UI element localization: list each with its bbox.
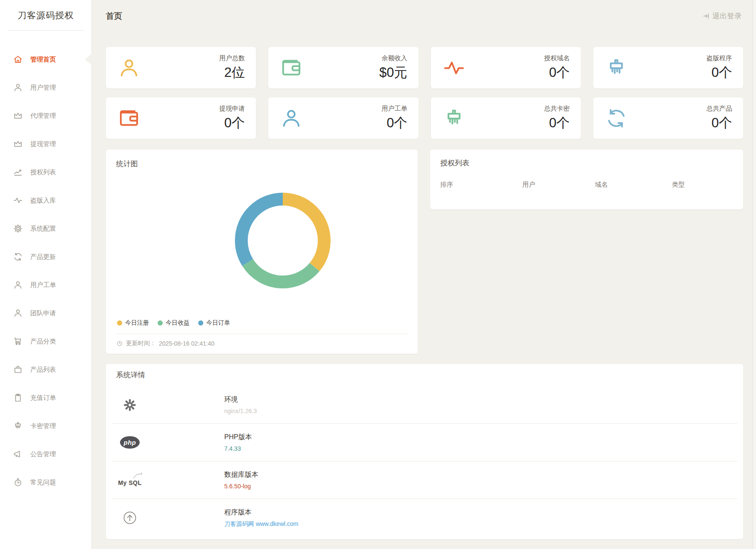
logout-icon [702, 12, 710, 20]
sidebar-item-label: 用户工单 [30, 281, 56, 289]
system-row-text: 程序版本刀客源码网 www.dkewl.com [224, 508, 298, 528]
sidebar-item-常见问题[interactable]: 常见问题 [0, 468, 91, 496]
sidebar: 刀客源码授权 管理首页用户管理代理管理提现管理授权列表盗版入库系统配置产品更新用… [0, 0, 92, 549]
system-row-label: 数据库版本 [224, 470, 258, 479]
sidebar-item-用户管理[interactable]: 用户管理 [0, 73, 91, 102]
pulse-icon [13, 195, 23, 206]
sidebar-item-label: 产品列表 [30, 366, 56, 374]
stat-card-用户总数[interactable]: 用户总数2位 [106, 47, 256, 88]
auth-column-用户[interactable]: 用户 [522, 181, 595, 189]
sidebar-item-label: 常见问题 [30, 479, 56, 487]
sidebar-item-产品列表[interactable]: 产品列表 [0, 355, 91, 384]
stat-card-text: 提现申请0个 [219, 105, 245, 132]
stat-card-总共产品[interactable]: 总共产品0个 [593, 97, 743, 139]
system-row-label: 程序版本 [224, 508, 298, 517]
pulse-icon [442, 56, 466, 80]
stat-card-总共卡密[interactable]: 总共卡密0个 [431, 97, 581, 139]
gear-icon [13, 223, 23, 234]
sidebar-item-充值订单[interactable]: 充值订单 [0, 384, 91, 412]
update-time-value: 2025-08-16 02:41:40 [159, 340, 214, 347]
stat-card-授权域名[interactable]: 授权域名0个 [431, 47, 581, 88]
sidebar-item-团队申请[interactable]: 团队申请 [0, 299, 91, 327]
system-row-PHP版本: phpPHP版本7.4.33 [112, 424, 737, 461]
brush-icon [604, 56, 628, 80]
chart-update-footer: 更新时间： 2025-08-16 02:41:40 [116, 334, 407, 347]
stat-card-text: 用户总数2位 [219, 54, 245, 82]
sidebar-item-管理首页[interactable]: 管理首页 [0, 45, 91, 73]
stat-card-value: 0个 [706, 114, 732, 132]
sidebar-item-label: 系统配置 [30, 225, 56, 233]
logout-button[interactable]: 退出登录 [702, 11, 741, 21]
stat-card-label: 用户总数 [219, 54, 245, 62]
sidebar-item-系统配置[interactable]: 系统配置 [0, 214, 91, 243]
trend-chart-icon [13, 167, 23, 177]
stat-card-label: 总共卡密 [544, 105, 570, 113]
crown-icon [13, 111, 23, 121]
system-row-数据库版本: My SQL数据库版本5.6.50-log [112, 461, 737, 499]
clock-icon [116, 340, 123, 347]
system-details-title: 系统详情 [106, 370, 743, 380]
sidebar-item-label: 授权列表 [30, 168, 56, 176]
sidebar-item-卡密管理[interactable]: 卡密管理 [0, 412, 91, 440]
auth-column-排序[interactable]: 排序 [440, 181, 522, 189]
system-row-value[interactable]: 刀客源码网 www.dkewl.com [224, 520, 298, 528]
cart-icon [13, 336, 23, 346]
stat-card-用户工单[interactable]: 用户工单0个 [268, 97, 418, 139]
sidebar-item-label: 充值订单 [30, 394, 56, 402]
system-details-card: 系统详情 环境nginx/1.26.3phpPHP版本7.4.33My SQL数… [106, 364, 743, 539]
mysql-text: My SQL [118, 479, 141, 486]
crown-icon [13, 139, 23, 149]
sidebar-menu: 管理首页用户管理代理管理提现管理授权列表盗版入库系统配置产品更新用户工单团队申请… [0, 31, 91, 496]
sidebar-item-label: 产品更新 [30, 253, 56, 261]
user-icon [117, 56, 141, 80]
main-area: 首页 退出登录 用户总数2位余额收入$0元授权域名0个盗版程序0个提现申请0个用… [92, 0, 756, 549]
chart-legend: 今日注册今日收益今日订单 [116, 319, 407, 327]
system-row-label: 环境 [224, 395, 257, 404]
stat-card-label: 授权域名 [544, 54, 570, 62]
stat-card-label: 盗版程序 [706, 54, 732, 62]
stat-card-value: 0个 [382, 114, 407, 132]
mysql-logo: My SQL [118, 474, 141, 487]
sidebar-item-公告管理[interactable]: 公告管理 [0, 440, 91, 468]
sidebar-item-提现管理[interactable]: 提现管理 [0, 130, 91, 158]
stat-card-label: 用户工单 [382, 105, 407, 113]
megaphone-icon [13, 449, 23, 459]
stat-card-text: 授权域名0个 [544, 54, 570, 82]
stat-card-盗版程序[interactable]: 盗版程序0个 [593, 47, 743, 88]
sidebar-item-产品分类[interactable]: 产品分类 [0, 327, 91, 355]
sidebar-item-授权列表[interactable]: 授权列表 [0, 158, 91, 186]
sidebar-item-代理管理[interactable]: 代理管理 [0, 102, 91, 130]
system-row-环境: 环境nginx/1.26.3 [112, 386, 737, 424]
legend-item-今日收益[interactable]: 今日收益 [158, 319, 190, 327]
sidebar-item-产品更新[interactable]: 产品更新 [0, 243, 91, 271]
stat-card-text: 总共产品0个 [706, 105, 732, 132]
auth-column-域名[interactable]: 域名 [595, 181, 672, 189]
brush-icon [442, 106, 466, 130]
sidebar-item-盗版入库[interactable]: 盗版入库 [0, 186, 91, 214]
user-icon [279, 106, 303, 130]
legend-item-今日订单[interactable]: 今日订单 [198, 319, 230, 327]
top-header: 首页 退出登录 [92, 0, 756, 32]
system-row-程序版本: 程序版本刀客源码网 www.dkewl.com [112, 499, 737, 537]
refresh-icon [604, 106, 628, 130]
sidebar-item-label: 团队申请 [30, 309, 56, 317]
stat-card-text: 用户工单0个 [382, 105, 407, 132]
wallet-icon [279, 56, 303, 80]
stat-card-提现申请[interactable]: 提现申请0个 [106, 97, 256, 139]
stat-card-label: 提现申请 [219, 105, 245, 113]
legend-item-今日注册[interactable]: 今日注册 [117, 319, 149, 327]
auth-column-类型[interactable]: 类型 [672, 181, 733, 189]
system-row-value: 7.4.33 [224, 445, 252, 452]
page-title: 首页 [106, 11, 122, 22]
legend-dot [117, 320, 122, 326]
stat-card-value: 0个 [219, 114, 245, 132]
auth-list-header-row: 排序用户域名类型 [440, 181, 733, 189]
sidebar-item-用户工单[interactable]: 用户工单 [0, 271, 91, 299]
system-row-text: PHP版本7.4.33 [224, 433, 252, 452]
middle-row: 统计图 今日注册今日收益今日订单 更新时间： 2025-08-16 02:41:… [106, 150, 743, 354]
clipboard-icon [13, 393, 23, 403]
scrollbar-track[interactable] [753, 0, 756, 549]
php-logo: php [120, 436, 140, 449]
stat-card-text: 盗版程序0个 [706, 54, 732, 82]
stat-card-余额收入[interactable]: 余额收入$0元 [268, 47, 418, 88]
